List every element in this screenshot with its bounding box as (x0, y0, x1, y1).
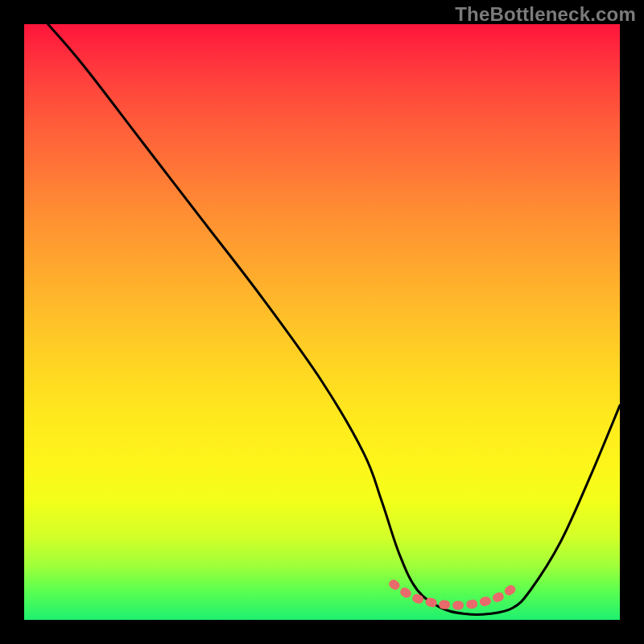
chart-svg (24, 24, 620, 620)
watermark-text: TheBottleneck.com (455, 3, 636, 26)
chart-frame: TheBottleneck.com (0, 0, 644, 644)
bottleneck-curve-path (48, 24, 620, 615)
optimal-band-path (394, 584, 518, 605)
plot-area (24, 24, 620, 620)
